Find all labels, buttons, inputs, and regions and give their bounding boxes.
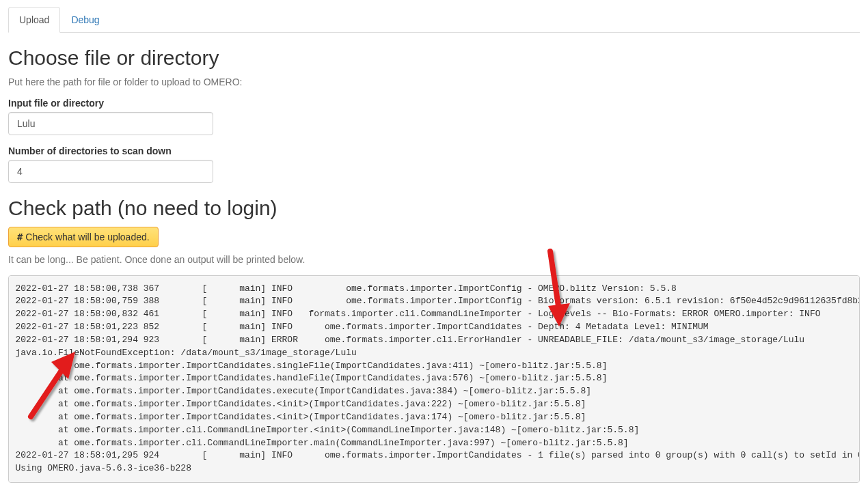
- input-file-field[interactable]: [8, 112, 213, 135]
- check-upload-button[interactable]: # Check what will be uploaded.: [8, 227, 159, 247]
- section-choose-title: Choose file or directory: [8, 46, 860, 70]
- log-output: 2022-01-27 18:58:00,738 367 [ main] INFO…: [8, 275, 860, 483]
- section-choose-help: Put here the path for file or folder to …: [8, 76, 860, 87]
- depth-stepper[interactable]: [8, 160, 213, 183]
- nav-tabs: Upload Debug: [8, 7, 860, 33]
- depth-label: Number of directories to scan down: [8, 145, 860, 156]
- tab-upload[interactable]: Upload: [8, 7, 60, 33]
- input-file-label: Input file or directory: [8, 98, 860, 109]
- section-check-title: Check path (no need to login): [8, 197, 860, 220]
- check-upload-button-label: Check what will be uploaded.: [23, 232, 149, 242]
- patience-hint: It can be long... Be patient. Once done …: [8, 254, 860, 265]
- tab-debug[interactable]: Debug: [60, 7, 110, 33]
